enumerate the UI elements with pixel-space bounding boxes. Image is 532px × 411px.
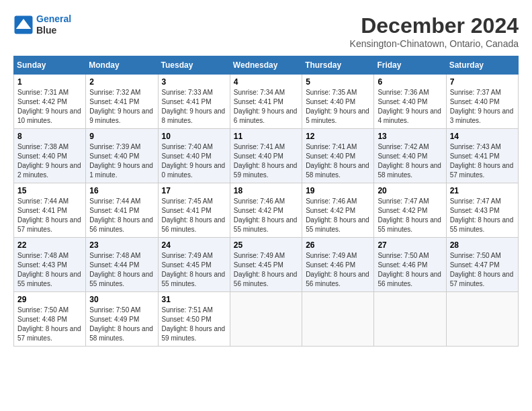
day-number: 6 [378,77,442,87]
calendar-cell: 8 Sunrise: 7:38 AMSunset: 4:40 PMDayligh… [14,129,86,183]
calendar-cell: 24 Sunrise: 7:49 AMSunset: 4:45 PMDaylig… [158,238,230,292]
day-number: 9 [89,132,154,141]
calendar-cell: 23 Sunrise: 7:48 AMSunset: 4:44 PMDaylig… [86,238,158,292]
logo-icon [13,15,34,35]
day-info: Sunrise: 7:36 AMSunset: 4:40 PMDaylight:… [378,88,442,126]
day-info: Sunrise: 7:31 AMSunset: 4:42 PMDaylight:… [17,88,82,126]
day-number: 2 [89,77,154,87]
day-info: Sunrise: 7:48 AMSunset: 4:44 PMDaylight:… [89,251,154,289]
logo-line1: General [36,13,71,24]
calendar-cell: 17 Sunrise: 7:45 AMSunset: 4:41 PMDaylig… [158,183,230,238]
calendar-cell [302,292,374,347]
calendar-cell: 29 Sunrise: 7:50 AMSunset: 4:48 PMDaylig… [14,292,86,347]
day-info: Sunrise: 7:50 AMSunset: 4:47 PMDaylight:… [450,251,515,289]
calendar-cell: 5 Sunrise: 7:35 AMSunset: 4:40 PMDayligh… [302,75,374,129]
day-info: Sunrise: 7:44 AMSunset: 4:41 PMDaylight:… [17,197,82,234]
day-number: 28 [450,240,515,250]
day-info: Sunrise: 7:46 AMSunset: 4:42 PMDaylight:… [234,197,298,234]
calendar-cell: 19 Sunrise: 7:46 AMSunset: 4:42 PMDaylig… [302,183,374,238]
calendar-cell: 2 Sunrise: 7:32 AMSunset: 4:41 PMDayligh… [86,75,158,129]
weekday-header-tuesday: Tuesday [158,56,230,75]
day-number: 3 [162,77,226,87]
day-number: 4 [234,77,298,87]
logo: General Blue [13,13,71,36]
day-number: 17 [162,186,226,195]
calendar-cell: 10 Sunrise: 7:40 AMSunset: 4:40 PMDaylig… [158,129,230,183]
calendar-week-row: 1 Sunrise: 7:31 AMSunset: 4:42 PMDayligh… [14,75,519,129]
header: General Blue December 2024 Kensington-Ch… [13,13,519,49]
location-title: Kensington-Chinatown, Ontario, Canada [350,38,519,49]
calendar-cell: 9 Sunrise: 7:39 AMSunset: 4:40 PMDayligh… [86,129,158,183]
calendar-cell: 30 Sunrise: 7:50 AMSunset: 4:49 PMDaylig… [86,292,158,347]
day-number: 31 [162,295,226,304]
day-info: Sunrise: 7:42 AMSunset: 4:40 PMDaylight:… [378,142,442,180]
day-info: Sunrise: 7:48 AMSunset: 4:43 PMDaylight:… [17,251,82,289]
day-number: 7 [450,77,515,87]
weekday-header-row: SundayMondayTuesdayWednesdayThursdayFrid… [14,56,519,75]
day-number: 29 [17,295,82,304]
calendar-week-row: 8 Sunrise: 7:38 AMSunset: 4:40 PMDayligh… [14,129,519,183]
calendar-cell: 27 Sunrise: 7:50 AMSunset: 4:46 PMDaylig… [374,238,446,292]
calendar-cell: 6 Sunrise: 7:36 AMSunset: 4:40 PMDayligh… [374,75,446,129]
day-info: Sunrise: 7:44 AMSunset: 4:41 PMDaylight:… [89,197,154,234]
calendar-cell: 22 Sunrise: 7:48 AMSunset: 4:43 PMDaylig… [14,238,86,292]
weekday-header-sunday: Sunday [14,56,86,75]
day-info: Sunrise: 7:37 AMSunset: 4:40 PMDaylight:… [450,88,515,126]
calendar-cell: 28 Sunrise: 7:50 AMSunset: 4:47 PMDaylig… [446,238,518,292]
calendar-cell: 4 Sunrise: 7:34 AMSunset: 4:41 PMDayligh… [230,75,302,129]
day-number: 26 [306,240,370,250]
calendar-table: SundayMondayTuesdayWednesdayThursdayFrid… [13,56,519,347]
calendar-cell: 25 Sunrise: 7:49 AMSunset: 4:45 PMDaylig… [230,238,302,292]
day-number: 1 [17,77,82,87]
day-info: Sunrise: 7:34 AMSunset: 4:41 PMDaylight:… [234,88,298,126]
day-info: Sunrise: 7:49 AMSunset: 4:46 PMDaylight:… [306,251,370,289]
title-block: December 2024 Kensington-Chinatown, Onta… [350,13,519,49]
day-info: Sunrise: 7:40 AMSunset: 4:40 PMDaylight:… [162,142,226,180]
day-info: Sunrise: 7:46 AMSunset: 4:42 PMDaylight:… [306,197,370,234]
day-info: Sunrise: 7:35 AMSunset: 4:40 PMDaylight:… [306,88,370,126]
calendar-cell: 11 Sunrise: 7:41 AMSunset: 4:40 PMDaylig… [230,129,302,183]
weekday-header-wednesday: Wednesday [230,56,302,75]
calendar-cell: 18 Sunrise: 7:46 AMSunset: 4:42 PMDaylig… [230,183,302,238]
day-number: 13 [378,132,442,141]
calendar-cell: 15 Sunrise: 7:44 AMSunset: 4:41 PMDaylig… [14,183,86,238]
calendar-cell: 31 Sunrise: 7:51 AMSunset: 4:50 PMDaylig… [158,292,230,347]
day-number: 21 [450,186,515,195]
day-number: 10 [162,132,226,141]
day-number: 24 [162,240,226,250]
day-info: Sunrise: 7:41 AMSunset: 4:40 PMDaylight:… [306,142,370,180]
day-info: Sunrise: 7:45 AMSunset: 4:41 PMDaylight:… [162,197,226,234]
day-number: 19 [306,186,370,195]
day-number: 8 [17,132,82,141]
calendar-cell [374,292,446,347]
day-number: 15 [17,186,82,195]
calendar-cell: 13 Sunrise: 7:42 AMSunset: 4:40 PMDaylig… [374,129,446,183]
calendar-cell: 26 Sunrise: 7:49 AMSunset: 4:46 PMDaylig… [302,238,374,292]
calendar-week-row: 29 Sunrise: 7:50 AMSunset: 4:48 PMDaylig… [14,292,519,347]
day-info: Sunrise: 7:41 AMSunset: 4:40 PMDaylight:… [234,142,298,180]
day-info: Sunrise: 7:49 AMSunset: 4:45 PMDaylight:… [234,251,298,289]
day-number: 18 [234,186,298,195]
weekday-header-thursday: Thursday [302,56,374,75]
calendar-cell: 16 Sunrise: 7:44 AMSunset: 4:41 PMDaylig… [86,183,158,238]
day-info: Sunrise: 7:50 AMSunset: 4:46 PMDaylight:… [378,251,442,289]
month-title: December 2024 [350,13,519,38]
day-info: Sunrise: 7:33 AMSunset: 4:41 PMDaylight:… [162,88,226,126]
day-number: 23 [89,240,154,250]
weekday-header-saturday: Saturday [446,56,518,75]
calendar-cell: 14 Sunrise: 7:43 AMSunset: 4:41 PMDaylig… [446,129,518,183]
calendar-cell [230,292,302,347]
day-number: 22 [17,240,82,250]
day-info: Sunrise: 7:50 AMSunset: 4:49 PMDaylight:… [89,306,154,343]
day-number: 16 [89,186,154,195]
day-number: 30 [89,295,154,304]
day-info: Sunrise: 7:38 AMSunset: 4:40 PMDaylight:… [17,142,82,180]
day-number: 12 [306,132,370,141]
calendar-cell: 1 Sunrise: 7:31 AMSunset: 4:42 PMDayligh… [14,75,86,129]
day-info: Sunrise: 7:51 AMSunset: 4:50 PMDaylight:… [162,306,226,343]
day-number: 27 [378,240,442,250]
day-info: Sunrise: 7:43 AMSunset: 4:41 PMDaylight:… [450,142,515,180]
weekday-header-monday: Monday [86,56,158,75]
day-info: Sunrise: 7:39 AMSunset: 4:40 PMDaylight:… [89,142,154,180]
calendar-cell: 21 Sunrise: 7:47 AMSunset: 4:43 PMDaylig… [446,183,518,238]
